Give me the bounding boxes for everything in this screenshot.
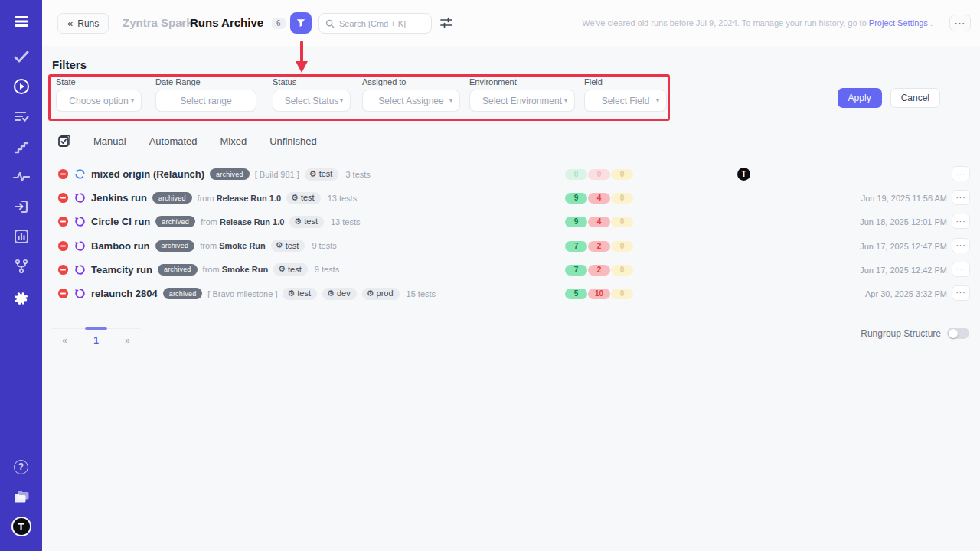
filter-select[interactable]: Select Field▾	[584, 90, 667, 112]
tests-count: 15 tests	[407, 289, 436, 298]
gear-icon: ⚙	[278, 265, 286, 273]
run-date: Apr 30, 2025 3:32 PM	[865, 289, 947, 298]
filter-field-state: StateChoose option▾	[56, 77, 142, 112]
rungroup-structure-toggle[interactable]	[947, 328, 969, 339]
run-name[interactable]: Bamboo run	[91, 240, 150, 252]
filter-toggle-button[interactable]	[290, 12, 312, 34]
remove-run-icon[interactable]	[57, 240, 69, 252]
run-name[interactable]: mixed origin (Relaunch)	[91, 168, 204, 180]
main-content: « Runs Zyntra Spark › Runs Archive 6 We'…	[42, 0, 980, 551]
filter-select[interactable]: Choose option▾	[56, 90, 142, 112]
check-icon[interactable]	[0, 47, 42, 66]
folders-icon[interactable]	[0, 487, 42, 506]
play-circle-icon[interactable]	[0, 77, 42, 96]
adjustments-icon[interactable]	[440, 17, 452, 31]
run-more-button[interactable]: ···	[952, 214, 970, 229]
remove-run-icon[interactable]	[57, 288, 69, 299]
env-badge-dev[interactable]: ⚙dev	[322, 288, 357, 300]
run-date: Jun 19, 2025 11:56 AM	[861, 194, 947, 203]
filter-value: Select range	[180, 96, 231, 106]
env-badge-test[interactable]: ⚙test	[286, 192, 321, 204]
help-icon[interactable]: ?	[0, 458, 42, 476]
import-icon[interactable]	[0, 197, 42, 216]
filter-select[interactable]: Select Assignee▾	[362, 90, 460, 112]
tab-automated[interactable]: Automated	[149, 135, 198, 147]
passed-count: 0	[565, 169, 587, 180]
filters-heading: Filters	[52, 58, 87, 71]
remove-run-icon[interactable]	[57, 264, 69, 276]
run-type-tabs: ManualAutomatedMixedUnfinished	[57, 135, 317, 148]
search-box[interactable]	[318, 13, 432, 34]
failed-count: 2	[588, 265, 610, 276]
tab-manual[interactable]: Manual	[93, 135, 126, 147]
run-row: mixed origin (Relaunch)archived[ Build 9…	[42, 162, 980, 186]
gear-icon[interactable]	[0, 289, 42, 307]
filter-label: Field	[584, 77, 667, 86]
run-more-button[interactable]: ···	[952, 238, 970, 253]
run-more-button[interactable]: ···	[952, 190, 970, 205]
remove-run-icon[interactable]	[57, 168, 69, 180]
run-date: Jun 17, 2025 12:42 PM	[860, 266, 947, 275]
archived-badge: archived	[158, 264, 198, 276]
filter-select[interactable]: Select range	[155, 90, 256, 112]
env-name: test	[319, 169, 333, 178]
archived-badge: archived	[163, 288, 203, 299]
other-count: 0	[611, 169, 633, 180]
pager-page-1[interactable]: 1	[93, 335, 99, 346]
apply-button[interactable]: Apply	[838, 88, 882, 108]
run-name[interactable]: relaunch 2804	[91, 288, 158, 299]
steps-icon[interactable]	[0, 138, 42, 156]
sync-run-icon	[74, 168, 86, 180]
back-to-runs-button[interactable]: « Runs	[57, 13, 109, 34]
cancel-button[interactable]: Cancel	[890, 88, 940, 108]
pager-next-button[interactable]: »	[125, 335, 130, 346]
remove-run-icon[interactable]	[57, 216, 69, 227]
filter-field-assigned-to: Assigned toSelect Assignee▾	[362, 77, 460, 112]
run-name[interactable]: Teamcity run	[91, 264, 152, 276]
branch-icon[interactable]	[0, 257, 42, 276]
run-name[interactable]: Jenkins run	[91, 192, 147, 204]
run-row: Jenkins runarchivedfrom Release Run 1.0⚙…	[42, 186, 980, 210]
project-settings-link[interactable]: Project Settings	[869, 18, 928, 28]
run-row: Bamboo runarchivedfrom Smoke Run⚙test9 t…	[42, 234, 980, 258]
gear-icon: ⚙	[276, 241, 283, 249]
header-more-button[interactable]: ···	[949, 15, 971, 31]
run-meta: [ Bravo milestone ]	[207, 289, 277, 298]
gear-icon: ⚙	[294, 217, 302, 226]
assignee-avatar[interactable]: T	[737, 168, 750, 181]
tab-mixed[interactable]: Mixed	[220, 135, 247, 147]
select-runs-icon[interactable]	[57, 135, 70, 148]
run-more-button[interactable]: ···	[952, 285, 970, 301]
env-name: test	[297, 289, 311, 298]
user-avatar[interactable]: T	[0, 517, 42, 536]
list-check-icon[interactable]	[0, 107, 42, 126]
pulse-icon[interactable]	[0, 168, 42, 186]
env-badge-test[interactable]: ⚙test	[273, 263, 308, 276]
run-name[interactable]: Circle CI run	[91, 216, 150, 227]
chart-icon[interactable]	[0, 227, 42, 246]
filter-select[interactable]: Select Status▾	[273, 90, 351, 112]
other-count: 0	[611, 265, 633, 276]
tab-unfinished[interactable]: Unfinished	[270, 135, 316, 147]
filter-select[interactable]: Select Environment▾	[469, 90, 575, 112]
env-badge-test[interactable]: ⚙test	[289, 216, 324, 228]
env-badge-prod[interactable]: ⚙prod	[362, 288, 400, 300]
env-name: test	[301, 193, 315, 202]
archived-badge: archived	[155, 216, 195, 227]
passed-count: 9	[565, 193, 587, 204]
env-badge-test[interactable]: ⚙test	[271, 240, 305, 252]
filter-value: Select Status	[285, 96, 339, 106]
run-meta: from Release Run 1.0	[198, 194, 281, 203]
search-input[interactable]	[339, 19, 423, 28]
filter-value: Select Assignee	[378, 96, 443, 106]
pager-prev-button[interactable]: «	[62, 335, 67, 346]
env-badge-test[interactable]: ⚙test	[283, 288, 317, 300]
menu-icon[interactable]	[0, 12, 42, 31]
remove-run-icon[interactable]	[57, 192, 69, 204]
env-name: test	[304, 217, 318, 226]
env-badge-test[interactable]: ⚙test	[305, 168, 339, 181]
failed-count: 2	[588, 241, 610, 252]
run-more-button[interactable]: ···	[952, 166, 970, 181]
tests-count: 3 tests	[345, 170, 370, 179]
run-more-button[interactable]: ···	[952, 262, 970, 277]
